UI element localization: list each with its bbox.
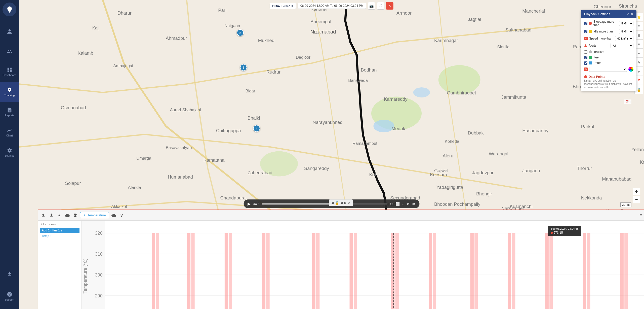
app-logo[interactable]	[3, 3, 16, 16]
svg-rect-117	[156, 233, 159, 309]
route-checkbox[interactable]	[584, 61, 587, 65]
progress-track[interactable]	[262, 203, 387, 204]
svg-rect-123	[266, 233, 269, 309]
alerts-select[interactable]: All	[611, 43, 633, 48]
playback-stop-icon[interactable]: ⬜	[395, 202, 400, 206]
fuel-checkbox[interactable]	[584, 56, 587, 59]
svg-rect-120	[225, 233, 228, 309]
svg-rect-129	[395, 233, 399, 309]
close-playback-button[interactable]: ✕	[386, 2, 393, 10]
sensor-option-fuel1[interactable]: Add 1 ( Fuel1 )	[40, 228, 79, 233]
sensor-option-temp1[interactable]: Temp 1	[40, 233, 79, 239]
tab-icon-upload[interactable]	[40, 212, 47, 219]
playback-refresh-icon[interactable]: ↻	[390, 202, 393, 206]
inactive-row: InActive	[584, 50, 633, 54]
inactive-checkbox[interactable]	[584, 50, 587, 54]
scale-bar: 20 km	[620, 202, 631, 207]
alerts-row: Alerts All	[584, 43, 633, 48]
map-marker-3[interactable]: 3	[240, 64, 247, 71]
sidebar-item-settings[interactable]: Settings	[0, 142, 19, 162]
chart-container[interactable]: 320 310 300 290 280 270 Temperature (°C)	[82, 221, 644, 309]
sidebar-item-dashboard[interactable]: Dashboard	[0, 62, 19, 82]
alerts-triangle-icon	[584, 44, 587, 47]
tab-icon-cloud2[interactable]	[110, 212, 117, 219]
idle-label: Idle more than	[593, 30, 618, 33]
sidebar-item-chart[interactable]: Chart	[0, 122, 19, 142]
svg-rect-118	[187, 233, 190, 309]
sidebar-item-tracking[interactable]: Tracking	[0, 82, 19, 102]
tab-temperature[interactable]: 🌡 Temperature	[80, 212, 109, 218]
tab-icon-circle[interactable]: ●	[56, 212, 63, 219]
tab-icon-download[interactable]	[48, 212, 55, 219]
temperature-chart-svg: 320 310 300 290 280 270 Temperature (°C)	[82, 221, 644, 309]
progress-fill	[262, 203, 337, 204]
speed-chevron: ^	[258, 202, 259, 206]
speed-row: S Speed more than 60 km/hr	[584, 36, 633, 41]
idle-row: Idle more than 5 Min	[584, 29, 633, 34]
map-area[interactable]: Nizamabad Bheemgal Naigaon Armoor Jagtia…	[19, 0, 644, 309]
collapse-left-icon[interactable]: ◀	[331, 201, 334, 205]
idle-select[interactable]: 5 Min	[619, 29, 633, 34]
sidebar-item-user2[interactable]	[0, 42, 19, 62]
color-type-select[interactable]	[589, 67, 627, 72]
svg-rect-131	[433, 233, 436, 309]
playback-settings-panel: Playback Settings ⤢ ✕ Stoppage more than…	[581, 10, 636, 91]
svg-rect-128	[391, 233, 394, 309]
playback-waypoint-icon[interactable]: ⬦	[402, 202, 404, 206]
svg-rect-125	[316, 233, 319, 309]
svg-text:290: 290	[95, 293, 102, 298]
sidebar-item-support[interactable]: Support	[0, 286, 19, 306]
inactive-color-indicator	[589, 50, 592, 53]
play-button[interactable]: ▶	[248, 201, 251, 206]
print-icon-button[interactable]: 🖨	[377, 2, 384, 10]
collapse-close-icon[interactable]: ✕	[348, 201, 351, 205]
playback-share2-icon[interactable]: ⇄	[412, 202, 415, 206]
sidebar-chart-label: Chart	[6, 134, 13, 137]
zoom-out-button[interactable]: −	[633, 196, 640, 203]
clock-label: i	[630, 100, 630, 103]
stoppage-select[interactable]: 5 Min	[619, 21, 633, 26]
sensor-temp1-label: Temp 1	[42, 234, 52, 238]
sidebar-item-user1[interactable]	[0, 21, 19, 42]
playback-settings-expand-icon[interactable]: ⤢	[627, 12, 629, 16]
svg-rect-138	[583, 233, 586, 309]
tab-icon-cloud[interactable]	[64, 212, 71, 219]
svg-text:310: 310	[95, 252, 102, 257]
fuel-row: Fuel	[584, 56, 633, 59]
date-range-button[interactable]: 06-09-2024 12:00 AM To 06-09-2024 03:04 …	[298, 3, 366, 9]
data-points-note: It may have an impact on the responsiven…	[584, 79, 633, 89]
vehicle-id-button[interactable]: HR47F2857 ≡	[269, 3, 296, 9]
sidebar-item-reports[interactable]: Reports	[0, 102, 19, 122]
vehicle-id-text: HR47F2857	[272, 4, 290, 8]
tab-expand-down[interactable]: ∨	[118, 212, 125, 219]
tab-expand-icon[interactable]: ≡	[640, 213, 642, 218]
tab-icon-fuel[interactable]	[72, 212, 79, 219]
svg-rect-121	[229, 233, 232, 309]
collapse-next-icon[interactable]: ▶	[344, 201, 347, 205]
speed-selector[interactable]: 4X ^	[253, 202, 259, 206]
svg-text:Temperature (°C): Temperature (°C)	[83, 258, 88, 294]
map-marker-2[interactable]: 2	[237, 29, 244, 36]
playback-loop-icon[interactable]: ↺	[407, 202, 410, 206]
clock-indicator: ⏰ i	[624, 99, 631, 104]
camera-icon-button[interactable]: 📷	[368, 2, 375, 10]
temperature-tab-icon: 🌡	[83, 213, 87, 217]
sensor-fuel1-label: Add 1 ( Fuel1 )	[42, 229, 62, 232]
sidebar-settings-label: Settings	[5, 154, 15, 157]
collapse-lock-icon[interactable]: 🔒	[335, 201, 339, 205]
collapse-prev-icon[interactable]: ◀	[340, 201, 343, 205]
map-marker-4[interactable]: 4	[253, 125, 260, 132]
playback-settings-close-icon[interactable]: ✕	[631, 12, 633, 16]
zoom-in-button[interactable]: +	[633, 188, 640, 195]
svg-rect-135	[512, 233, 515, 309]
idle-checkbox[interactable]	[584, 30, 587, 33]
color-select-row: S	[584, 67, 633, 72]
bottom-tabs: ● 🌡 Temperature ∨ ≡	[38, 210, 644, 221]
sidebar-item-download[interactable]	[0, 264, 19, 284]
speed-select[interactable]: 60 km/hr	[615, 36, 633, 41]
color-picker[interactable]	[628, 67, 633, 72]
sensor-sidebar: Select sensor Add 1 ( Fuel1 ) Temp 1	[38, 221, 82, 309]
stoppage-color-indicator	[589, 22, 592, 25]
playback-settings-body: Stoppage more than 5 Min Idle more than …	[581, 18, 636, 91]
stoppage-checkbox[interactable]	[584, 22, 587, 25]
